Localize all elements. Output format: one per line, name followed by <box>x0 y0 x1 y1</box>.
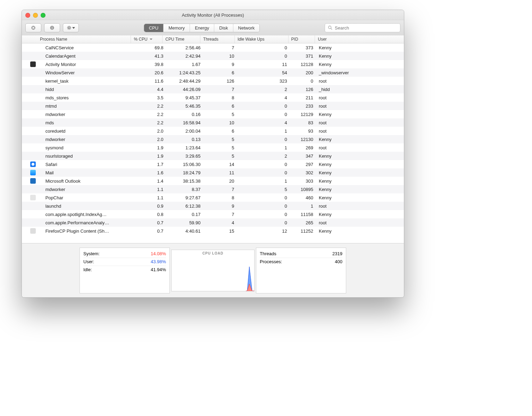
cell-name: nsurlstoraged <box>43 153 135 159</box>
cell-idle: 0 <box>237 45 290 50</box>
table-row[interactable]: mds2.216:58.9410483root <box>22 118 404 127</box>
cell-time: 16:58.94 <box>166 120 203 125</box>
table-row[interactable]: mdworker2.20.165012129Kenny <box>22 110 404 118</box>
minimize-window-button[interactable] <box>33 13 38 18</box>
cell-name: WindowServer <box>43 70 135 75</box>
table-row[interactable]: com.apple.PerformanceAnaly…0.759.9040265… <box>22 218 404 227</box>
cell-name: hidd <box>43 87 135 92</box>
table-row[interactable]: WindowServer20.61:24:43.25654200_windows… <box>22 68 404 77</box>
column-cpu[interactable]: % CPU <box>131 35 163 43</box>
cell-user: Kenny <box>316 228 404 234</box>
table-row[interactable]: Activity Monitor39.81.6791112128Kenny <box>22 60 404 68</box>
table-row[interactable]: kernel_task11.62:48:44.291263230root <box>22 77 404 85</box>
table-row[interactable]: Microsoft Outlook1.438:15.38201303Kenny <box>22 177 404 185</box>
table-row[interactable]: Mail1.618:24.79110302Kenny <box>22 168 404 177</box>
table-row[interactable]: CalNCService69.82:56.4670373Kenny <box>22 43 404 52</box>
table-row[interactable]: launchd0.96:12.38901root <box>22 202 404 210</box>
cell-pid: 12130 <box>290 137 316 142</box>
table-row[interactable]: mdworker1.18.377510895Kenny <box>22 185 404 193</box>
tab-disk[interactable]: Disk <box>214 24 233 32</box>
cell-time: 44:26.09 <box>166 87 203 92</box>
cell-pid: 83 <box>290 120 316 125</box>
cell-time: 1:23.64 <box>166 145 203 150</box>
cell-threads: 5 <box>203 112 237 117</box>
cell-threads: 5 <box>203 153 237 159</box>
cell-user: Kenny <box>316 178 404 184</box>
popchar-app-icon <box>30 195 36 200</box>
cell-pid: 303 <box>290 178 316 184</box>
cell-time: 2:42.94 <box>166 53 203 59</box>
cpu-load-graph: CPU LOAD <box>171 250 255 291</box>
cell-threads: 6 <box>203 70 237 75</box>
table-row[interactable]: mds_stores3.59:45.3784211root <box>22 93 404 102</box>
cell-name: Activity Monitor <box>43 62 135 67</box>
close-window-button[interactable] <box>25 13 30 18</box>
cell-pid: 297 <box>290 162 316 167</box>
table-row[interactable]: hidd4.444:26.0972126_hidd <box>22 85 404 93</box>
processes-value: 400 <box>335 259 342 264</box>
cell-name: kernel_task <box>43 78 135 84</box>
table-row[interactable]: sysmond1.91:23.6451269root <box>22 143 404 152</box>
chevron-down-icon <box>72 26 75 29</box>
svg-rect-5 <box>52 27 52 27</box>
cell-idle: 0 <box>237 103 290 109</box>
cell-idle: 0 <box>237 170 290 175</box>
column-user[interactable]: User <box>315 35 404 43</box>
table-row[interactable]: mdworker2.00.135012130Kenny <box>22 135 404 143</box>
cell-name: mds_stores <box>43 95 135 100</box>
cell-time: 9:45.37 <box>166 95 203 100</box>
svg-line-12 <box>70 29 70 29</box>
table-row[interactable]: coreduetd2.02:00.046193root <box>22 127 404 135</box>
tab-memory[interactable]: Memory <box>164 24 190 32</box>
cell-user: Kenny <box>316 112 404 117</box>
tab-network[interactable]: Network <box>233 24 260 32</box>
table-row[interactable]: Safari1.715:06.30140297Kenny <box>22 160 404 168</box>
options-menu-button[interactable] <box>63 23 79 32</box>
cell-time: 0.16 <box>166 112 203 117</box>
cell-idle: 0 <box>237 162 290 167</box>
tab-energy[interactable]: Energy <box>190 24 214 32</box>
cell-threads: 6 <box>203 128 237 134</box>
svg-point-16 <box>329 26 331 29</box>
table-header: Process Name % CPU CPU Time Threads Idle… <box>22 35 404 43</box>
zoom-window-button[interactable] <box>41 13 45 18</box>
inspect-process-button[interactable] <box>44 23 60 32</box>
stop-icon <box>31 25 36 30</box>
stop-process-button[interactable] <box>25 23 41 32</box>
cell-pid: 12129 <box>290 112 316 117</box>
cell-name: mdworker <box>43 112 135 117</box>
processes-label: Processes: <box>260 259 282 264</box>
search-field[interactable] <box>325 23 400 32</box>
column-cpu-time[interactable]: CPU Time <box>163 35 200 43</box>
cell-idle: 0 <box>237 112 290 117</box>
table-row[interactable]: nsurlstoraged1.93:29.6552347Kenny <box>22 152 404 160</box>
outlook-app-icon <box>30 178 36 184</box>
cell-threads: 5 <box>203 137 237 142</box>
column-idle-wakeups[interactable]: Idle Wake Ups <box>235 35 289 43</box>
cell-user: Kenny <box>316 62 404 67</box>
cell-user: root <box>316 120 404 125</box>
cell-cpu: 69.8 <box>135 45 166 50</box>
cell-pid: 11252 <box>290 228 316 234</box>
search-input[interactable] <box>334 25 397 31</box>
table-row[interactable]: FirefoxCP Plugin Content (Sh…0.74:40.611… <box>22 227 404 235</box>
cell-time: 0.17 <box>166 212 203 217</box>
cell-time: 3:29.65 <box>166 153 203 159</box>
cell-idle: 2 <box>237 153 290 159</box>
cell-threads: 15 <box>203 228 237 234</box>
cell-threads: 9 <box>203 203 237 209</box>
table-row[interactable]: mtmd2.25:46.3560233root <box>22 102 404 110</box>
column-pid[interactable]: PID <box>289 35 315 43</box>
table-row[interactable]: CalendarAgent41.32:42.94100371Kenny <box>22 52 404 60</box>
cell-threads: 10 <box>203 120 237 125</box>
cell-cpu: 41.3 <box>135 53 166 59</box>
column-process-name[interactable]: Process Name <box>37 35 131 43</box>
cell-threads: 10 <box>203 53 237 59</box>
table-row[interactable]: com.apple.spotlight.IndexAg…0.80.1770111… <box>22 210 404 218</box>
tab-cpu[interactable]: CPU <box>144 24 164 32</box>
table-body[interactable]: CalNCService69.82:56.4670373KennyCalenda… <box>22 43 404 235</box>
cell-threads: 126 <box>203 78 237 84</box>
cell-user: root <box>316 203 404 209</box>
table-row[interactable]: PopChar1.19:27.6780460Kenny <box>22 193 404 202</box>
column-threads[interactable]: Threads <box>200 35 235 43</box>
